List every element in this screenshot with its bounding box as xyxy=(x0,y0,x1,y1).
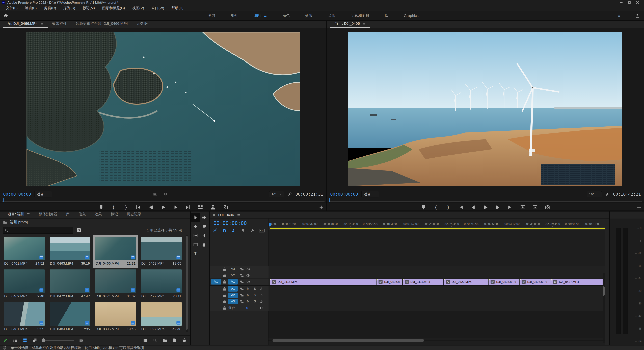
clip-thumbnail[interactable] xyxy=(141,269,182,293)
snap-icon[interactable] xyxy=(222,228,226,233)
track-target-button[interactable]: V1 xyxy=(228,279,238,285)
workspace-tab[interactable]: 字幕和图形 xyxy=(343,13,377,18)
project-item[interactable]: DJI_0477.MP423:11 xyxy=(139,268,184,301)
icon-view-icon[interactable] xyxy=(23,338,27,343)
track-lock-icon[interactable] xyxy=(222,287,227,291)
project-item[interactable]: DJI_0484.MP47:35 xyxy=(48,301,92,334)
project-item[interactable]: DJI_0481.MP45:35 xyxy=(2,301,46,334)
search-box[interactable] xyxy=(3,227,73,234)
add-button[interactable] xyxy=(636,205,642,210)
tab-program[interactable]: 节目: DJI_0406 xyxy=(330,20,370,28)
fx-badge[interactable]: fx xyxy=(490,280,494,284)
solo-button[interactable]: S xyxy=(253,293,257,297)
project-tab[interactable]: 标记 xyxy=(106,210,122,218)
sync-lock-icon[interactable] xyxy=(240,287,244,291)
menu-item[interactable]: 帮助(H) xyxy=(168,5,187,11)
video-track-header[interactable]: V2 xyxy=(210,272,268,279)
home-icon[interactable] xyxy=(3,13,8,18)
video-track-header[interactable]: V1V1 xyxy=(210,279,268,285)
timeline-clip[interactable]: fxDJI_0411.MP4 xyxy=(403,279,444,285)
project-tab[interactable]: 媒体浏览器 xyxy=(34,210,62,218)
timeline-playhead-head[interactable] xyxy=(269,223,271,226)
close-icon[interactable] xyxy=(636,1,639,4)
timeline-clip[interactable]: fxDJI_0425.MP4 xyxy=(488,279,519,285)
project-item[interactable]: DJI_0463.MP439:19 xyxy=(48,235,92,268)
fx-badge[interactable]: fx xyxy=(272,280,276,284)
export-frame-button[interactable] xyxy=(222,204,228,210)
panel-menu-icon[interactable] xyxy=(40,22,44,25)
track-lock-icon[interactable] xyxy=(222,306,227,310)
project-item[interactable]: DJI_0461.MP424:52 xyxy=(2,235,46,268)
workspace-tab[interactable]: 音频 xyxy=(320,13,343,18)
source-playhead[interactable] xyxy=(3,198,4,202)
timeline-playhead-line[interactable] xyxy=(270,223,270,340)
menu-item[interactable]: 视图(V) xyxy=(129,5,148,11)
sync-lock-icon[interactable] xyxy=(240,280,244,284)
rect-tool[interactable] xyxy=(191,240,200,249)
voiceover-record-icon[interactable] xyxy=(259,300,263,304)
program-scrubber[interactable] xyxy=(327,198,644,202)
lane-a2[interactable] xyxy=(268,292,605,298)
timeline-clip[interactable]: fxDJI_0415.MP4 xyxy=(270,279,376,285)
step-forward-button[interactable] xyxy=(495,204,501,210)
go-to-out-button[interactable] xyxy=(508,204,513,210)
menu-item[interactable]: 窗口(W) xyxy=(148,5,168,11)
hand-tool[interactable] xyxy=(200,240,209,249)
project-item[interactable]: DJI_0396.MP419:46 xyxy=(93,301,138,334)
timeline-content[interactable]: :00:0000:00:16:0000:00:32:0000:00:48:000… xyxy=(268,218,605,345)
track-lock-icon[interactable] xyxy=(222,293,227,297)
sort-icon[interactable] xyxy=(79,338,84,343)
track-output-toggle-icon[interactable] xyxy=(246,267,250,271)
step-back-button[interactable] xyxy=(148,204,154,210)
voiceover-record-icon[interactable] xyxy=(259,287,263,291)
program-video-viewport[interactable] xyxy=(348,32,622,186)
track-lock-icon[interactable] xyxy=(222,280,227,284)
project-item[interactable]: DJI_0474.MP434:02 xyxy=(93,268,138,301)
fx-badge[interactable]: fx xyxy=(446,280,450,284)
audio-track-header[interactable]: A1MS xyxy=(210,286,268,292)
track-target-button[interactable]: A3 xyxy=(228,299,238,304)
lane-a3[interactable] xyxy=(268,298,605,305)
fx-badge[interactable]: fx xyxy=(522,280,526,284)
track-target-button[interactable]: A2 xyxy=(228,293,238,298)
ripple-tool[interactable] xyxy=(191,222,200,231)
sync-lock-icon[interactable] xyxy=(240,299,244,304)
maximize-icon[interactable] xyxy=(628,1,631,4)
mixer-track-header[interactable]: 混合0.0 xyxy=(210,305,268,311)
source-patch[interactable]: V1 xyxy=(211,279,221,285)
minimize-icon[interactable] xyxy=(620,1,623,4)
search-icon[interactable] xyxy=(153,338,158,343)
drag-audio-icon[interactable] xyxy=(163,192,168,196)
track-output-toggle-icon[interactable] xyxy=(246,273,250,278)
type-tool[interactable]: T xyxy=(191,249,200,258)
zoom-slider[interactable] xyxy=(42,338,74,342)
add-marker-icon[interactable] xyxy=(241,228,245,233)
close-icon[interactable]: × xyxy=(213,213,215,217)
linked-selection-icon[interactable] xyxy=(232,228,236,233)
track-target-button[interactable]: V2 xyxy=(228,273,238,278)
mark-out-button[interactable]: } xyxy=(123,204,129,210)
source-tab[interactable]: 效果控件 xyxy=(48,20,71,28)
mute-button[interactable]: M xyxy=(246,300,250,303)
mark-out-button[interactable]: } xyxy=(446,204,451,210)
source-scrub-track[interactable] xyxy=(2,201,324,202)
program-resolution-select[interactable]: 1/2 xyxy=(587,191,602,197)
workspace-tab[interactable]: 学习 xyxy=(200,13,223,18)
clip-thumbnail[interactable] xyxy=(141,302,182,326)
panel-menu-icon[interactable] xyxy=(27,212,30,216)
clip-thumbnail[interactable] xyxy=(141,237,182,260)
workspace-menu-icon[interactable] xyxy=(263,14,267,17)
source-tab[interactable]: 元数据 xyxy=(132,20,152,28)
nest-icon[interactable] xyxy=(213,228,217,233)
step-forward-button[interactable] xyxy=(173,204,178,210)
program-settings-wrench-icon[interactable] xyxy=(605,192,610,196)
timeline-clip[interactable]: fxDJI_0426.MP4 xyxy=(520,279,551,285)
timeline-timecode[interactable]: 00:00:00:00 xyxy=(214,220,247,226)
project-tab[interactable]: 效果 xyxy=(90,210,106,218)
workspace-tab[interactable]: 编辑 xyxy=(246,13,275,18)
overwrite-button[interactable] xyxy=(210,204,216,210)
project-tab[interactable]: 项目: 福州 xyxy=(3,210,34,218)
quick-export-button[interactable] xyxy=(630,13,644,18)
project-tab[interactable]: 历史记录 xyxy=(122,210,146,218)
pencil-icon[interactable] xyxy=(3,338,8,343)
